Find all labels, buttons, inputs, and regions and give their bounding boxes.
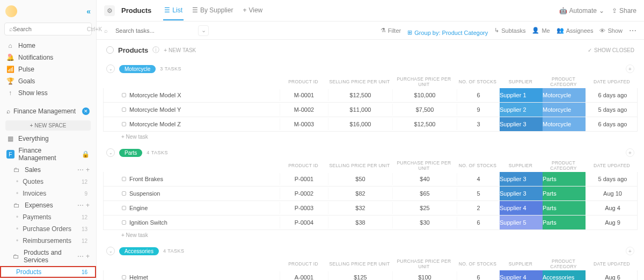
tree-everything[interactable]: ▦Everything (0, 133, 96, 145)
folder-sales[interactable]: 🗀Sales⋯+ (0, 164, 96, 176)
collapse-sidebar-icon[interactable]: « (86, 7, 91, 16)
task-row[interactable]: Ignition SwitchP-0004$38$306Supplier 5Pa… (103, 216, 638, 230)
subtasks-button[interactable]: ↳Subtasks (494, 27, 525, 34)
group-by-button[interactable]: ⊞Group by: Product Category (407, 29, 488, 36)
task-row[interactable]: EngineP-0003$32$252Supplier 4PartsAug 4 (103, 201, 638, 216)
workspace-avatar[interactable] (5, 5, 17, 17)
status-icon[interactable] (122, 93, 126, 97)
col-category[interactable]: PRODUCT CATEGORY (542, 76, 585, 87)
add-view-button[interactable]: +View (241, 1, 264, 20)
more-icon[interactable]: ⋯ (77, 166, 84, 174)
col-date-updated[interactable]: DATE UPDATED (585, 261, 639, 267)
col-category[interactable]: PRODUCT CATEGORY (542, 259, 585, 269)
add-column-button[interactable]: + (626, 247, 634, 255)
status-icon[interactable] (122, 220, 126, 225)
col-product-id[interactable]: PRODUCT ID (279, 79, 327, 84)
list-settings-icon[interactable]: ⚙ (104, 5, 115, 16)
list-services[interactable]: Services6 (0, 278, 96, 280)
show-button[interactable]: 👁Show (599, 27, 623, 34)
sidebar-search[interactable]: ⌕ Ctrl+K (4, 23, 92, 35)
space-close-icon[interactable]: ✕ (82, 107, 90, 115)
cell-supplier[interactable]: Supplier 4 (500, 270, 543, 280)
nav-show-less[interactable]: ↑Show less (0, 87, 96, 99)
cell-supplier[interactable]: Supplier 3 (500, 117, 543, 131)
info-icon[interactable]: ⓘ (152, 45, 159, 55)
task-row[interactable]: SuspensionP-0002$82$655Supplier 3PartsAu… (103, 186, 638, 201)
group-collapse-icon[interactable]: ⌄ (106, 247, 115, 255)
cell-category[interactable]: Parts (543, 172, 586, 186)
group-pill[interactable]: Accessories (119, 247, 159, 255)
task-row[interactable]: Motorcycle Model XM-0001$12,500$10,0006S… (103, 88, 638, 103)
cell-supplier[interactable]: Supplier 3 (500, 172, 543, 186)
col-supplier[interactable]: SUPPLIER (499, 163, 542, 168)
assignees-button[interactable]: 👥Assignees (557, 27, 594, 34)
col-product-id[interactable]: PRODUCT ID (279, 163, 327, 168)
automate-button[interactable]: 🤖Automate⌄ (559, 7, 604, 15)
status-icon[interactable] (122, 206, 126, 210)
list-reimbursements[interactable]: •Reimbursements12 (0, 235, 96, 247)
task-row[interactable]: Motorcycle Model ZM-0003$16,000$12,5003S… (103, 117, 638, 132)
cell-supplier[interactable]: Supplier 2 (500, 103, 543, 117)
group-pill[interactable]: Parts (119, 149, 142, 157)
cell-category[interactable]: Motorcycle (543, 117, 586, 131)
task-row[interactable]: Motorcycle Model YM-0002$11,000$7,5009Su… (103, 103, 638, 117)
col-date-updated[interactable]: DATE UPDATED (585, 163, 639, 168)
col-selling-price[interactable]: SELLING PRICE PER UNIT (327, 261, 392, 267)
list-payments[interactable]: •Payments12 (0, 211, 96, 223)
cell-supplier[interactable]: Supplier 5 (500, 216, 543, 229)
view-tab-by-supplier[interactable]: ☰By Supplier (191, 1, 234, 20)
plus-icon[interactable]: + (86, 253, 90, 260)
status-icon[interactable] (122, 191, 126, 196)
cell-supplier[interactable]: Supplier 4 (500, 201, 543, 215)
status-icon[interactable] (122, 177, 126, 181)
more-icon[interactable]: ⋯ (629, 26, 636, 35)
list-invoices[interactable]: •Invoices9 (0, 188, 96, 199)
task-row[interactable]: HelmetA-0001$125$1006Supplier 4Accessori… (103, 270, 638, 280)
nav-goals[interactable]: 🏆Goals (0, 75, 96, 87)
nav-home[interactable]: ⌂Home (0, 40, 96, 52)
task-search-input[interactable] (115, 27, 191, 34)
task-row[interactable]: Front BrakesP-0001$50$404Supplier 3Parts… (103, 172, 638, 186)
cell-category[interactable]: Parts (543, 186, 586, 200)
cell-supplier[interactable]: Supplier 1 (500, 88, 543, 102)
nav-pulse[interactable]: 📶Pulse (0, 63, 96, 75)
col-selling-price[interactable]: SELLING PRICE PER UNIT (327, 79, 392, 84)
nav-notifications[interactable]: 🔔Notifications (0, 52, 96, 63)
view-tab-list[interactable]: ☰List (163, 1, 184, 20)
cell-category[interactable]: Parts (543, 216, 586, 229)
new-space-button[interactable]: + NEW SPACE (5, 120, 91, 131)
more-icon[interactable]: ⋯ (77, 253, 84, 260)
col-stocks[interactable]: NO. OF STOCKS (456, 163, 499, 168)
list-products[interactable]: Products16 (0, 266, 96, 278)
new-task-button[interactable]: + NEW TASK (164, 47, 196, 53)
col-supplier[interactable]: SUPPLIER (499, 261, 542, 267)
list-purchase-orders[interactable]: •Purchase Orders13 (0, 223, 96, 235)
status-icon[interactable] (122, 275, 126, 279)
share-button[interactable]: ⇪Share (612, 7, 636, 15)
col-stocks[interactable]: NO. OF STOCKS (456, 261, 499, 267)
folder-products-services[interactable]: 🗀Products and Services⋯+ (0, 247, 96, 266)
col-product-id[interactable]: PRODUCT ID (279, 261, 327, 267)
new-task-row[interactable]: + New task (103, 132, 638, 142)
tree-finance-management[interactable]: FFinance Management🔒 (0, 145, 96, 164)
plus-icon[interactable]: + (86, 202, 90, 209)
group-collapse-icon[interactable]: ⌄ (106, 148, 115, 157)
col-supplier[interactable]: SUPPLIER (499, 79, 542, 84)
cell-category[interactable]: Motorcycle (543, 103, 586, 117)
col-purchase-price[interactable]: PURCHASE PRICE PER UNIT (392, 160, 456, 171)
col-date-updated[interactable]: DATE UPDATED (585, 79, 639, 84)
col-stocks[interactable]: NO. OF STOCKS (456, 79, 499, 84)
search-expand-button[interactable]: ⌄ (198, 25, 209, 36)
new-task-row[interactable]: + New task (103, 230, 638, 240)
add-column-button[interactable]: + (626, 148, 634, 157)
col-category[interactable]: PRODUCT CATEGORY (542, 160, 585, 171)
cell-category[interactable]: Motorcycle (543, 88, 586, 102)
plus-icon[interactable]: + (86, 166, 90, 174)
group-collapse-icon[interactable]: ⌄ (106, 64, 115, 73)
folder-expenses[interactable]: 🗀Expenses⋯+ (0, 199, 96, 211)
col-purchase-price[interactable]: PURCHASE PRICE PER UNIT (392, 259, 456, 269)
add-column-button[interactable]: + (626, 64, 634, 73)
cell-supplier[interactable]: Supplier 3 (500, 186, 543, 200)
more-icon[interactable]: ⋯ (77, 202, 84, 209)
col-selling-price[interactable]: SELLING PRICE PER UNIT (327, 163, 392, 168)
